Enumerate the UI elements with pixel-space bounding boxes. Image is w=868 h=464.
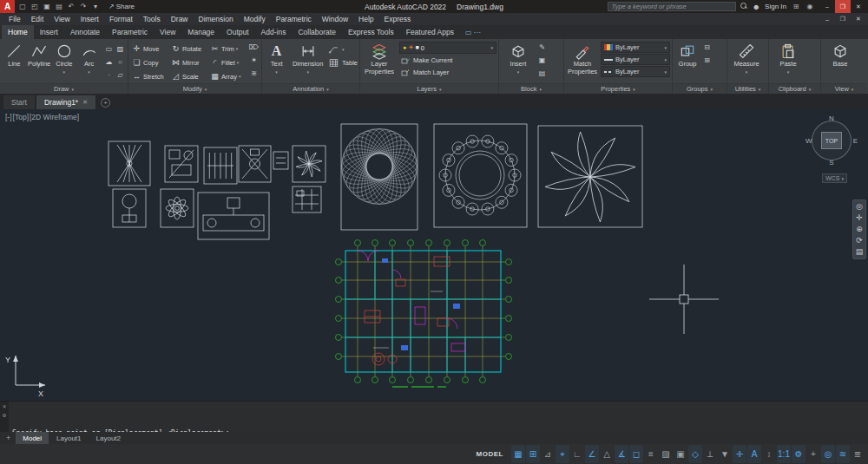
table-button[interactable]: Table [328, 56, 358, 69]
annotation-panel-label[interactable]: Annotation▾ [262, 83, 359, 94]
explode-button[interactable]: ✶ [248, 54, 260, 67]
maximize-button[interactable]: ❐ [835, 0, 851, 13]
model-space-canvas[interactable]: YX [-][Top][2D Wireframe] N W S E TOP WC… [0, 109, 868, 401]
selection-cycling-icon[interactable]: ▣ [674, 445, 687, 463]
search-icon[interactable] [740, 3, 748, 10]
menu-item[interactable]: Format [104, 13, 138, 25]
viewcube-east[interactable]: E [853, 137, 858, 145]
menu-item[interactable]: Modify [239, 13, 271, 25]
object-color-dropdown[interactable]: ByLayer ▾ [601, 42, 670, 53]
manage-attributes-button[interactable]: ▤ [536, 67, 548, 80]
close-icon[interactable]: ✕ [2, 403, 6, 409]
erase-button[interactable]: ⌦ [248, 41, 260, 54]
ribbon-tab[interactable]: Collaborate [292, 25, 341, 39]
viewport-control[interactable]: [2D Wireframe] [30, 113, 79, 121]
zoom-icon[interactable]: ⊕ [856, 225, 863, 233]
layer-dropdown[interactable]: ●☀■ 0 ▾ [399, 42, 496, 54]
quick-access-dropdown-icon[interactable]: ▾ [89, 3, 102, 10]
3d-object-snap-icon[interactable]: ◇ [688, 445, 702, 463]
model-space-toggle[interactable]: MODEL [470, 450, 510, 458]
dynamic-input-icon[interactable]: ⌖ [556, 445, 569, 463]
menu-item[interactable]: Draw [166, 13, 194, 25]
redo-icon[interactable]: ↷ [77, 3, 89, 10]
object-snap-tracking-icon[interactable]: ∡ [615, 445, 628, 463]
groups-panel-label[interactable]: Groups▾ [673, 83, 727, 94]
menu-item[interactable]: View [49, 13, 75, 25]
group-edit-button[interactable]: ⊞ [701, 54, 713, 67]
doc-minimize-button[interactable]: – [819, 13, 835, 25]
object-snap-icon[interactable]: ◻ [629, 445, 643, 463]
ribbon-tab[interactable]: Parametric [106, 25, 154, 39]
file-tab[interactable]: Start ✕ [3, 95, 35, 109]
polyline-button[interactable]: Polyline [27, 41, 52, 69]
pinwheel-drawing[interactable] [538, 126, 642, 227]
menu-item[interactable]: Window [317, 13, 353, 25]
sign-in-button[interactable]: Sign In [765, 3, 786, 10]
array-button[interactable]: ▦ Array ▾ [208, 69, 247, 83]
layer-properties-button[interactable]: Layer Properties [362, 41, 397, 75]
insert-block-button[interactable]: Insert ▾ [501, 41, 536, 75]
ribbon-tab[interactable]: Annotate [64, 25, 106, 39]
mirror-button[interactable]: ⋈ Mirror ▾ [169, 56, 208, 69]
showmotion-icon[interactable]: ▤ [856, 248, 864, 256]
match-properties-button[interactable]: Match Properties [566, 41, 599, 75]
doc-close-button[interactable]: ✕ [851, 13, 866, 25]
ribbon-tab[interactable]: Output [220, 25, 255, 39]
floor-plan-drawing[interactable] [336, 240, 512, 388]
offset-button[interactable]: ≋ [248, 67, 260, 80]
ribbon-tab[interactable]: Express Tools [342, 25, 400, 39]
viewcube-south[interactable]: S [829, 159, 833, 167]
steering-wheel-icon[interactable]: ◎ [856, 203, 863, 211]
viewcube[interactable]: N W S E TOP [807, 116, 856, 165]
graphics-performance-icon[interactable]: ≋ [836, 445, 850, 463]
close-button[interactable]: ✕ [851, 0, 866, 13]
ribbon-tab[interactable]: View [154, 25, 181, 39]
open-file-icon[interactable]: ◰ [29, 3, 41, 10]
make-current-button[interactable]: Make Current [399, 55, 496, 66]
plot-icon[interactable]: ▤ [53, 3, 65, 10]
ribbon-tab[interactable]: Manage [181, 25, 220, 39]
layout-tab[interactable]: Layout2 [89, 432, 128, 444]
match-layer-button[interactable]: Match Layer [399, 67, 496, 78]
autocad-logo-icon[interactable]: A [0, 0, 15, 13]
viewcube-north[interactable]: N [829, 114, 834, 122]
wcs-dropdown[interactable]: WCS ▾ [822, 173, 847, 183]
ellipse-tool-button[interactable]: ○ [115, 56, 126, 69]
share-button[interactable]: ↗ Share [103, 3, 140, 10]
snap-mode-icon[interactable]: ⊞ [526, 445, 540, 463]
more-icon[interactable]: ⋯ [474, 29, 481, 36]
search-input[interactable] [608, 2, 736, 11]
rectangle-tool-button[interactable]: ▭ [103, 42, 115, 56]
block-panel-label[interactable]: Block▾ [499, 83, 563, 94]
crosshair-cursor[interactable] [649, 265, 719, 334]
new-drawing-button[interactable]: + [101, 98, 110, 108]
file-tab[interactable]: Drawing1* ✕ [36, 95, 95, 109]
customization-icon[interactable]: ≣ [851, 445, 865, 463]
ribbon-display-toggle[interactable]: ▭ [465, 29, 472, 36]
view-panel-label[interactable]: View▾ [821, 83, 867, 94]
pan-icon[interactable]: ✛ [856, 214, 863, 222]
ungroup-button[interactable]: ⊟ [701, 41, 713, 54]
edit-attribute-button[interactable]: ✎ [536, 41, 548, 54]
arc-button[interactable]: Arc ▾ [76, 41, 102, 75]
utilities-panel-label[interactable]: Utilities▾ [727, 83, 768, 94]
infer-constraints-icon[interactable]: ⊿ [541, 445, 555, 463]
ortho-mode-icon[interactable]: ∟ [570, 445, 584, 463]
scale-button[interactable]: ◿ Scale ▾ [169, 69, 208, 83]
new-layout-button[interactable]: + [2, 434, 15, 442]
isometric-drafting-icon[interactable]: △ [600, 445, 614, 463]
dynamic-ucs-icon[interactable]: ⟂ [703, 445, 717, 463]
layout-tab[interactable]: Model [16, 432, 49, 444]
revision-cloud-button[interactable]: ☁ [103, 56, 115, 69]
region-tool-button[interactable]: ▱ [115, 69, 126, 82]
minimize-button[interactable]: – [819, 0, 835, 13]
trim-button[interactable]: ✂ Trim ▾ [208, 42, 247, 56]
ribbon-tab[interactable]: Featured Apps [400, 25, 460, 39]
draw-panel-label[interactable]: Draw▾ [0, 83, 128, 94]
ribbon-tab[interactable]: Add-ins [255, 25, 293, 39]
isolate-objects-icon[interactable]: ◎ [821, 445, 835, 463]
measure-button[interactable]: Measure ▾ [729, 41, 764, 75]
properties-panel-label[interactable]: Properties▾ [564, 83, 672, 94]
annotation-monitor-icon[interactable]: + [806, 445, 820, 463]
rotate-button[interactable]: ↻ Rotate ▾ [169, 42, 208, 56]
